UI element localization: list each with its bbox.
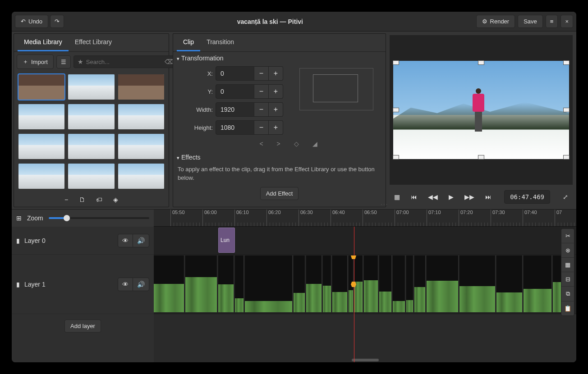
render-button[interactable]: ⚙ Render <box>476 15 515 28</box>
close-button[interactable]: × <box>560 15 573 28</box>
clip-segment[interactable] <box>406 255 413 312</box>
paste-tool-button[interactable]: 📋 <box>561 301 574 315</box>
clip-segment[interactable] <box>185 255 217 312</box>
horizontal-scrollbar[interactable] <box>352 359 379 361</box>
media-thumb[interactable] <box>68 104 114 129</box>
y-input[interactable] <box>216 84 254 99</box>
layer-1-visibility-toggle[interactable]: 👁 <box>118 278 133 291</box>
remove-icon[interactable]: − <box>64 196 68 203</box>
copy-tool-button[interactable]: ⧉ <box>561 287 574 301</box>
step-back-button[interactable]: ◀◀ <box>425 191 441 203</box>
timecode-display[interactable]: 06:47.469 <box>504 190 550 204</box>
clip-segment[interactable] <box>306 255 322 312</box>
media-thumb[interactable] <box>68 74 114 100</box>
media-thumb[interactable] <box>118 134 164 159</box>
search-box[interactable]: ★ ⌫ <box>74 55 178 68</box>
time-ruler[interactable]: 05:5006:0006:1006:2006:3006:4006:5007:00… <box>154 210 576 227</box>
layer-header-0[interactable]: ▮ Layer 0 👁 🔊 <box>12 227 154 255</box>
media-thumb[interactable] <box>18 74 64 100</box>
media-thumb[interactable] <box>68 134 114 159</box>
transform-handle[interactable] <box>563 155 570 160</box>
width-input[interactable] <box>216 102 254 117</box>
hamburger-menu-button[interactable]: ≡ <box>546 15 558 28</box>
y-decrement[interactable]: − <box>254 84 269 99</box>
goto-start-button[interactable]: ⏮ <box>408 191 420 203</box>
toggle-keyframe-button[interactable]: ◇ <box>294 140 299 147</box>
layer-drag-icon[interactable]: ▮ <box>16 281 20 288</box>
height-input[interactable] <box>216 120 254 135</box>
tab-transition[interactable]: Transition <box>200 34 240 51</box>
detach-viewer-button[interactable]: ⤢ <box>560 191 571 203</box>
tag-icon[interactable]: 🏷 <box>96 196 102 203</box>
grid-toggle-button[interactable]: ▦ <box>391 191 403 203</box>
media-thumb[interactable] <box>18 164 64 189</box>
cut-tool-button[interactable]: ✂ <box>561 229 574 243</box>
zoom-slider[interactable] <box>49 217 149 219</box>
tab-clip[interactable]: Clip <box>177 34 200 51</box>
x-input[interactable] <box>216 66 254 81</box>
transform-handle[interactable] <box>478 60 484 65</box>
preview-viewport[interactable] <box>390 35 573 185</box>
tab-media-library[interactable]: Media Library <box>18 34 69 51</box>
track-layer-1[interactable] <box>154 255 576 314</box>
clear-search-icon[interactable]: ⌫ <box>165 58 174 65</box>
media-thumb[interactable] <box>118 104 164 129</box>
clip-segment[interactable] <box>364 255 378 312</box>
add-layer-button[interactable]: Add layer <box>64 319 101 333</box>
list-view-toggle[interactable]: ☰ <box>56 55 71 68</box>
zoom-fit-icon[interactable]: ⊞ <box>16 214 22 222</box>
y-increment[interactable]: + <box>269 84 283 99</box>
redo-button[interactable]: ↷ <box>50 15 64 28</box>
import-button[interactable]: ＋ Import <box>17 55 54 69</box>
delete-tool-button[interactable]: ⊗ <box>561 243 574 258</box>
transform-handle[interactable] <box>393 108 399 112</box>
clip-segment[interactable] <box>245 255 293 312</box>
play-button[interactable]: ▶ <box>446 191 456 203</box>
ungroup-tool-button[interactable]: ⊟ <box>561 272 574 287</box>
clip-segment[interactable] <box>414 255 426 312</box>
x-increment[interactable]: + <box>269 66 283 81</box>
reset-keyframe-button[interactable]: ◢ <box>312 140 317 147</box>
undo-button[interactable]: ↶ Undo <box>15 15 48 28</box>
clip-segment[interactable] <box>427 255 459 312</box>
clip-layer-0[interactable]: Lun <box>218 228 235 253</box>
zoom-slider-thumb[interactable] <box>64 215 70 221</box>
insert-end-icon[interactable]: ◈ <box>113 196 118 203</box>
tracks-area[interactable]: Lun <box>154 227 576 362</box>
clip-segment[interactable] <box>294 255 305 312</box>
transform-visualizer[interactable] <box>296 64 377 114</box>
clip-segment[interactable] <box>218 255 234 312</box>
clip-segment[interactable] <box>332 255 348 312</box>
height-increment[interactable]: + <box>269 120 283 135</box>
transform-handle[interactable] <box>478 155 484 160</box>
track-layer-0[interactable]: Lun <box>154 227 576 255</box>
clip-segment[interactable] <box>524 255 552 312</box>
transform-handle[interactable] <box>563 108 570 112</box>
selection-marker[interactable] <box>351 282 356 287</box>
media-thumb[interactable] <box>18 104 64 129</box>
media-thumb[interactable] <box>118 164 164 189</box>
clip-segment[interactable] <box>393 255 405 312</box>
step-forward-button[interactable]: ▶▶ <box>462 191 477 203</box>
prev-keyframe-button[interactable]: < <box>259 140 263 147</box>
clip-segment[interactable] <box>323 255 331 312</box>
clip-segment[interactable] <box>379 255 392 312</box>
save-button[interactable]: Save <box>518 15 543 28</box>
layer-drag-icon[interactable]: ▮ <box>16 237 20 244</box>
goto-end-button[interactable]: ⏭ <box>482 191 494 203</box>
clip-props-icon[interactable]: 🗋 <box>79 196 85 203</box>
media-thumb[interactable] <box>18 134 64 159</box>
playhead[interactable] <box>354 227 354 362</box>
clip-segment[interactable] <box>154 255 184 312</box>
layer-header-1[interactable]: ▮ Layer 1 👁 🔊 <box>12 255 154 314</box>
media-thumb[interactable] <box>68 164 114 189</box>
layer-1-audio-toggle[interactable]: 🔊 <box>133 278 149 291</box>
add-effect-button[interactable]: Add Effect <box>260 187 299 200</box>
height-decrement[interactable]: − <box>254 120 269 135</box>
group-tool-button[interactable]: ▦ <box>561 258 574 272</box>
width-increment[interactable]: + <box>269 102 283 117</box>
clip-segment[interactable] <box>459 255 496 312</box>
next-keyframe-button[interactable]: > <box>277 140 280 147</box>
layer-0-visibility-toggle[interactable]: 👁 <box>118 234 133 247</box>
layer-0-audio-toggle[interactable]: 🔊 <box>133 234 149 247</box>
